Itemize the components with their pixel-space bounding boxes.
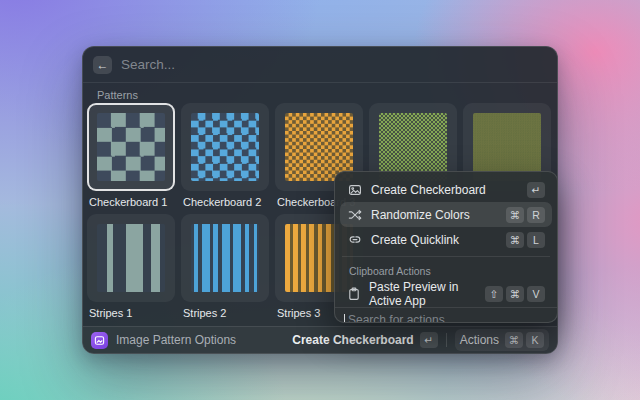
- pattern-preview-stripes-2: [191, 224, 259, 292]
- pattern-tile-checkerboard-2[interactable]: [181, 103, 269, 191]
- menu-item-label: Randomize Colors: [371, 208, 470, 222]
- pattern-tile-label: Stripes 1: [87, 307, 175, 319]
- actions-button-label: Actions: [460, 333, 499, 347]
- key-badge: L: [527, 232, 545, 248]
- clipboard-icon: [347, 286, 361, 302]
- menu-item-label: Paste Preview in Active App: [369, 280, 485, 308]
- clipboard-actions-section-title: Clipboard Actions: [340, 261, 552, 281]
- key-badge: ⌘: [505, 332, 523, 348]
- pattern-cell-stripes-1: Stripes 1: [87, 214, 175, 319]
- pattern-tile-stripes-2[interactable]: [181, 214, 269, 302]
- key-badge: R: [527, 207, 545, 223]
- pattern-tile-checkerboard-1[interactable]: [87, 103, 175, 191]
- search-bar: ← Search...: [83, 47, 557, 83]
- menu-item-randomize-colors[interactable]: Randomize Colors⌘R: [340, 202, 552, 227]
- image-pattern-app-icon: [91, 332, 108, 349]
- footer-app-name: Image Pattern Options: [116, 333, 236, 347]
- key-badge: V: [527, 286, 545, 302]
- key-badge: ⌘: [506, 286, 524, 302]
- patterns-section-title: Patterns: [97, 89, 138, 101]
- menu-item-create-checkerboard[interactable]: Create Checkerboard↵: [340, 177, 552, 202]
- shuffle-icon: [347, 207, 363, 223]
- image-icon: [347, 182, 363, 198]
- actions-search-placeholder: Search for actions...: [348, 313, 455, 324]
- pattern-tile-stripes-1[interactable]: [87, 214, 175, 302]
- footer-bar: Image Pattern Options Create Checkerboar…: [83, 326, 557, 353]
- link-icon: [347, 232, 363, 248]
- pattern-cell-checkerboard-2: Checkerboard 2: [181, 103, 269, 208]
- search-input[interactable]: Search...: [121, 57, 175, 72]
- pattern-cell-stripes-2: Stripes 2: [181, 214, 269, 319]
- actions-button[interactable]: Actions ⌘K: [455, 329, 549, 351]
- return-key-badge: ↵: [420, 332, 438, 348]
- footer-divider: [446, 333, 447, 347]
- menu-divider: [342, 256, 550, 257]
- menu-item-label: Create Quicklink: [371, 233, 459, 247]
- key-badge: ⌘: [506, 232, 524, 248]
- text-cursor: [344, 314, 345, 324]
- key-badge: ⇧: [485, 286, 503, 302]
- back-arrow-icon: ←: [97, 56, 109, 74]
- launcher-window: ← Search... Patterns Checkerboard 1Check…: [82, 46, 558, 354]
- key-badge: ↵: [527, 182, 545, 198]
- actions-search-input[interactable]: Search for actions...: [335, 307, 557, 323]
- footer-primary-action[interactable]: Create Checkerboard: [292, 333, 413, 347]
- pattern-preview-checkerboard-1: [97, 113, 165, 181]
- pattern-tile-label: Checkerboard 1: [87, 196, 175, 208]
- menu-item-create-quicklink[interactable]: Create Quicklink⌘L: [340, 227, 552, 252]
- pattern-tile-label: Checkerboard 2: [181, 196, 269, 208]
- menu-item-paste-preview-in-active-app[interactable]: Paste Preview in Active App⇧⌘V: [340, 281, 552, 306]
- key-badge: ⌘: [506, 207, 524, 223]
- back-button[interactable]: ←: [93, 56, 112, 74]
- actions-menu: Create Checkerboard↵Randomize Colors⌘RCr…: [334, 171, 558, 323]
- menu-item-label: Create Checkerboard: [371, 183, 486, 197]
- pattern-cell-checkerboard-1: Checkerboard 1: [87, 103, 175, 208]
- pattern-preview-stripes-1: [97, 224, 165, 292]
- pattern-tile-label: Stripes 2: [181, 307, 269, 319]
- pattern-preview-checkerboard-2: [191, 113, 259, 181]
- key-badge: K: [526, 332, 544, 348]
